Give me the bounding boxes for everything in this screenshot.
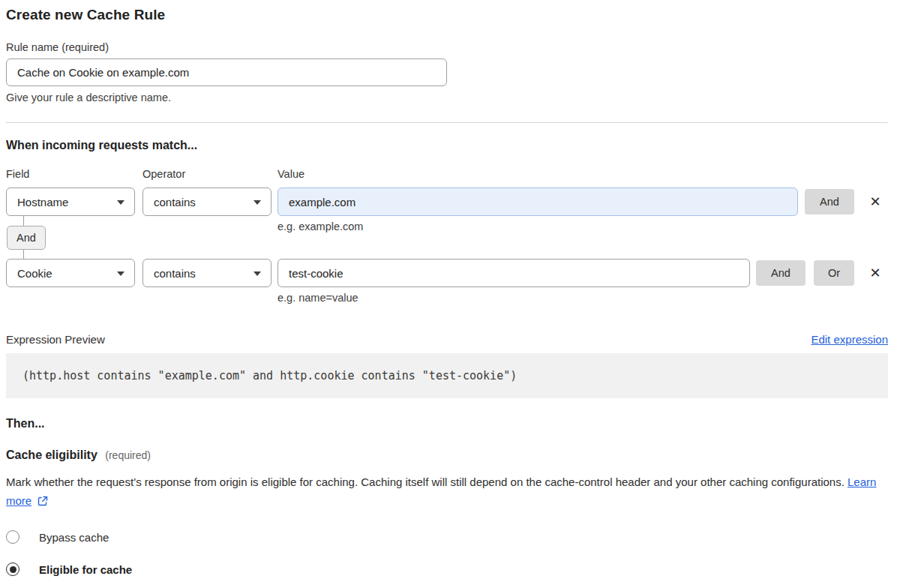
cache-eligibility-title: Cache eligibility (6, 448, 98, 461)
field-column-label: Field (6, 168, 135, 180)
radio-label-eligible: Eligible for cache (39, 563, 132, 576)
radio-option-eligible-for-cache[interactable]: Eligible for cache (6, 562, 888, 577)
operator-select-2-value: contains (154, 267, 196, 280)
add-and-condition-button-1[interactable]: And (805, 189, 854, 214)
value-column-label: Value (278, 168, 304, 180)
remove-condition-icon[interactable]: ✕ (866, 193, 884, 211)
radio-label-bypass: Bypass cache (39, 531, 109, 544)
expression-preview-code-block: (http.host contains "example.com" and ht… (6, 353, 888, 398)
value-helper-2: e.g. name=value (278, 292, 888, 304)
chevron-down-icon (117, 272, 124, 276)
chevron-down-icon (254, 272, 261, 276)
remove-condition-icon[interactable]: ✕ (866, 264, 884, 282)
field-select-1[interactable]: Hostname (6, 188, 135, 216)
field-select-2-value: Cookie (17, 267, 52, 280)
condition-column-labels: Field Operator Value (6, 168, 888, 180)
radio-option-bypass-cache[interactable]: Bypass cache (6, 530, 888, 544)
value-input-2[interactable] (278, 259, 750, 287)
value-helper-1: e.g. example.com (278, 220, 363, 232)
chevron-down-icon (117, 200, 124, 205)
add-and-condition-button-2[interactable]: And (756, 260, 806, 286)
section-divider (6, 122, 888, 123)
operator-column-label: Operator (142, 168, 272, 180)
field-select-2[interactable]: Cookie (6, 259, 135, 287)
value-input-1[interactable] (278, 188, 798, 216)
rule-name-helper: Give your rule a descriptive name. (6, 92, 888, 104)
chevron-down-icon (254, 200, 261, 205)
page-title: Create new Cache Rule (6, 7, 888, 23)
and-connector-button[interactable]: And (7, 226, 46, 250)
operator-select-2[interactable]: contains (142, 259, 272, 287)
description-text: Mark whether the request’s response from… (6, 476, 844, 488)
cache-eligibility-description: Mark whether the request’s response from… (6, 472, 880, 512)
condition-row-2: Cookie contains And Or ✕ (6, 259, 888, 287)
operator-select-1-value: contains (154, 196, 196, 208)
expression-preview-header: Expression Preview Edit expression (6, 333, 888, 346)
connector-line-top (23, 216, 24, 226)
field-select-1-value: Hostname (17, 196, 68, 208)
external-link-icon (38, 493, 48, 512)
rule-name-input[interactable] (6, 58, 447, 86)
cache-eligibility-heading: Cache eligibility (required) (6, 448, 888, 462)
connector-line-bottom (23, 250, 24, 259)
expression-code: (http.host contains "example.com" and ht… (22, 369, 517, 382)
operator-select-1[interactable]: contains (142, 188, 272, 216)
create-cache-rule-page: Create new Cache Rule Rule name (require… (0, 0, 900, 577)
cache-eligibility-options: Bypass cache Eligible for cache (6, 530, 888, 577)
rule-name-label: Rule name (required) (6, 41, 888, 53)
condition-row-1: Hostname contains And ✕ (6, 188, 888, 216)
match-heading: When incoming requests match... (6, 139, 888, 152)
radio-selected-icon[interactable] (6, 562, 20, 576)
then-heading: Then... (6, 417, 888, 430)
connector-zone: e.g. example.com And (6, 216, 888, 259)
edit-expression-link[interactable]: Edit expression (811, 333, 888, 346)
required-badge: (required) (105, 449, 151, 461)
expression-preview-label: Expression Preview (6, 333, 105, 346)
radio-unselected-icon[interactable] (6, 530, 20, 544)
add-or-condition-button-2[interactable]: Or (814, 260, 854, 286)
